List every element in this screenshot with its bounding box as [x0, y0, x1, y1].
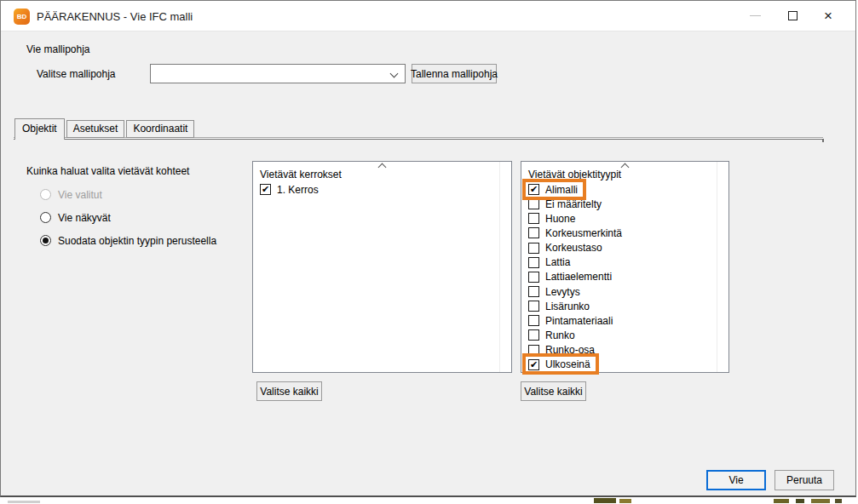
tabstrip: ObjektitAsetuksetKoordinaatit: [14, 118, 196, 140]
item-label: Korkeusmerkintä: [545, 227, 622, 239]
minimize-button: [740, 1, 769, 30]
list-item[interactable]: Korkeusmerkintä: [528, 226, 727, 240]
item-label: Runko-osa: [545, 344, 595, 356]
checkbox-icon[interactable]: [528, 301, 539, 312]
app-icon: BD: [14, 9, 30, 25]
item-content: Lisärunko: [528, 301, 590, 312]
close-icon: ×: [824, 9, 832, 23]
template-combobox[interactable]: [150, 64, 406, 83]
checkbox-checked-icon[interactable]: ✔: [528, 359, 539, 370]
floors-list-header[interactable]: Vietävät kerrokset: [260, 169, 342, 180]
sort-ascending-icon: [377, 163, 386, 172]
tab-koordinaatit[interactable]: Koordinaatit: [126, 120, 194, 138]
export-button[interactable]: Vie: [706, 470, 766, 490]
item-content: Korkeusmerkintä: [528, 227, 622, 239]
item-content: Ei määritelty: [528, 198, 602, 210]
cancel-button[interactable]: Peruuta: [775, 470, 834, 490]
item-content: Lattiaelementti: [528, 271, 612, 283]
item-label: Lattiaelementti: [545, 271, 612, 283]
item-content: Levytys: [528, 286, 580, 298]
item-label: Ei määritelty: [545, 198, 602, 210]
maximize-button[interactable]: [778, 1, 807, 30]
checkbox-checked-icon[interactable]: ✔: [528, 184, 539, 195]
item-content: Korkeustaso: [528, 242, 602, 254]
checkbox-checked-icon[interactable]: ✔: [260, 184, 271, 195]
list-item[interactable]: ✔Alimalli: [528, 182, 727, 197]
tab-asetukset[interactable]: Asetukset: [66, 120, 125, 138]
checkbox-icon[interactable]: [528, 315, 539, 326]
minimize-icon: [750, 15, 761, 16]
list-item[interactable]: ✔1. Kerros: [260, 182, 510, 197]
item-label: Alimalli: [545, 184, 578, 196]
list-item[interactable]: Pintamateriaali: [528, 313, 727, 328]
maximize-icon: [788, 11, 798, 20]
floors-list-items: ✔1. Kerros: [260, 182, 510, 197]
checkbox-icon[interactable]: [528, 243, 539, 254]
checkbox-icon[interactable]: [528, 198, 539, 209]
floors-listview[interactable]: Vietävät kerrokset ✔1. Kerros: [252, 161, 512, 373]
export-ifc-dialog: BD PÄÄRAKENNUS - Vie IFC malli × Vie mal…: [0, 0, 856, 497]
highlighted-item-content: ✔Alimalli: [528, 184, 578, 196]
radio-icon[interactable]: [40, 212, 51, 223]
list-item[interactable]: Lattiaelementti: [528, 270, 727, 284]
list-item[interactable]: Ei määritelty: [528, 197, 727, 211]
radio-option-label: Suodata objektin tyypin perusteella: [58, 235, 216, 247]
tab-pane-border-corner: [822, 139, 824, 142]
tab-objektit[interactable]: Objektit: [14, 118, 65, 140]
item-label: Runko: [545, 329, 575, 341]
types-listview[interactable]: Vietävät objektityypit ✔AlimalliEi määri…: [521, 161, 729, 373]
titlebar[interactable]: BD PÄÄRAKENNUS - Vie IFC malli ×: [1, 1, 855, 32]
checkbox-icon[interactable]: [528, 257, 539, 268]
chevron-down-icon: [390, 70, 399, 78]
types-list-items: ✔AlimalliEi määriteltyHuoneKorkeusmerkin…: [528, 182, 727, 372]
checkbox-icon[interactable]: [528, 272, 539, 283]
select-all-floors-button[interactable]: Valitse kaikki: [256, 381, 322, 401]
checkbox-icon[interactable]: [528, 227, 539, 238]
list-item[interactable]: Lattia: [528, 255, 727, 270]
item-label: Ulkoseinä: [545, 358, 590, 370]
checkbox-icon[interactable]: [528, 345, 539, 356]
item-label: 1. Kerros: [277, 184, 319, 196]
item-content: Pintamateriaali: [528, 315, 613, 327]
radio-option-label: Vie näkyvät: [58, 212, 111, 224]
checkbox-icon[interactable]: [528, 286, 539, 297]
highlighted-item-content: ✔Ulkoseinä: [528, 358, 590, 370]
item-label: Levytys: [545, 286, 580, 298]
item-content: Huone: [528, 213, 575, 225]
list-item[interactable]: Runko: [528, 328, 727, 342]
radio-icon: [40, 189, 51, 200]
item-label: Pintamateriaali: [545, 315, 613, 327]
list-item[interactable]: Korkeustaso: [528, 241, 727, 255]
screen: BD PÄÄRAKENNUS - Vie IFC malli × Vie mal…: [0, 0, 858, 504]
list-item[interactable]: Runko-osa: [528, 343, 727, 358]
background-app-strip: [0, 497, 858, 504]
sort-ascending-icon: [620, 163, 629, 172]
selection-question-label: Kuinka haluat valita vietävät kohteet: [26, 165, 189, 177]
item-label: Lattia: [545, 256, 570, 268]
item-content: ✔1. Kerros: [260, 184, 319, 196]
radio-option-1: Vie valitut: [40, 188, 102, 201]
item-label: Lisärunko: [545, 301, 590, 312]
item-content: Runko-osa: [528, 344, 595, 356]
radio-option-label: Vie valitut: [58, 189, 102, 201]
types-list-header[interactable]: Vietävät objektityypit: [528, 169, 621, 180]
item-label: Huone: [545, 213, 575, 225]
checkbox-icon[interactable]: [528, 329, 539, 341]
template-group-label: Vie mallipohja: [26, 43, 90, 55]
item-content: Lattia: [528, 256, 570, 268]
save-template-button[interactable]: Tallenna mallipohja: [412, 64, 497, 83]
select-template-label: Valitse mallipohja: [37, 68, 116, 80]
select-all-types-button[interactable]: Valitse kaikki: [521, 381, 586, 401]
window-title: PÄÄRAKENNUS - Vie IFC malli: [37, 10, 193, 23]
radio-selected-icon[interactable]: [40, 235, 51, 246]
list-item[interactable]: Levytys: [528, 284, 727, 299]
list-item[interactable]: Lisärunko: [528, 299, 727, 313]
close-button[interactable]: ×: [814, 1, 843, 30]
checkbox-icon[interactable]: [528, 213, 539, 224]
item-label: Korkeustaso: [545, 242, 602, 254]
item-content: Runko: [528, 329, 575, 341]
radio-option-3[interactable]: Suodata objektin tyypin perusteella: [40, 234, 216, 247]
list-item[interactable]: Huone: [528, 211, 727, 226]
list-item[interactable]: ✔Ulkoseinä: [528, 358, 727, 372]
radio-option-2[interactable]: Vie näkyvät: [40, 211, 111, 224]
